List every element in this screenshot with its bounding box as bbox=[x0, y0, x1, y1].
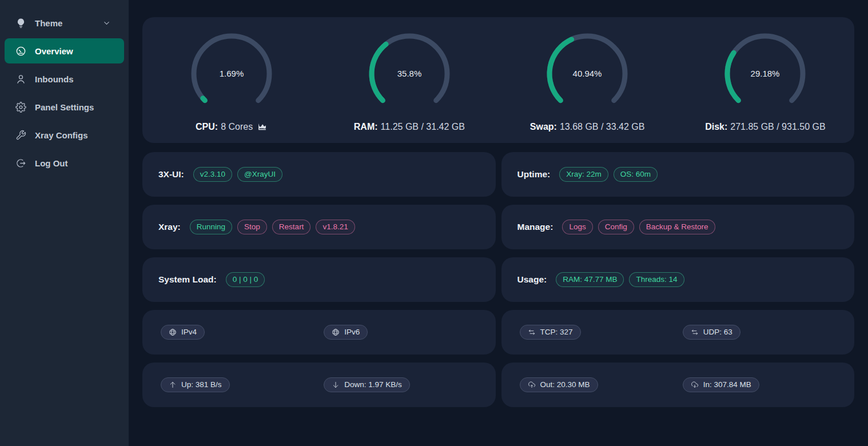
system-load-card: System Load: 0 | 0 | 0 bbox=[142, 257, 496, 302]
transfer-icon bbox=[528, 328, 536, 336]
swap-label-bold: Swap: bbox=[530, 122, 557, 132]
cloud-upload-icon bbox=[528, 381, 536, 389]
gauge-icon bbox=[15, 46, 26, 57]
cloud-download-icon bbox=[691, 381, 699, 389]
bulb-icon bbox=[15, 18, 26, 29]
gauge-fill bbox=[550, 39, 572, 100]
globe-icon bbox=[332, 328, 340, 336]
swap-label: Swap: 13.68 GB / 33.42 GB bbox=[530, 122, 645, 132]
tcp-cell: TCP: 327 bbox=[501, 325, 675, 340]
ipv6-cell: IPv6 bbox=[321, 325, 495, 340]
traffic-out-cell: Out: 20.30 MB bbox=[501, 377, 675, 392]
wrench-icon bbox=[15, 130, 26, 141]
sidebar-item-inbounds[interactable]: Inbounds bbox=[5, 66, 124, 91]
chevron-down-icon bbox=[102, 18, 113, 29]
telegram-channel-badge[interactable]: @XrayUI bbox=[237, 167, 282, 182]
config-button[interactable]: Config bbox=[598, 220, 634, 235]
system-load-badge: 0 | 0 | 0 bbox=[226, 272, 265, 288]
xray-version-badge[interactable]: v1.8.21 bbox=[316, 220, 355, 235]
upload-speed-cell: Up: 381 B/s bbox=[142, 377, 316, 392]
ipv6-tag[interactable]: IPv6 bbox=[324, 325, 368, 340]
swap-percent: 40.94% bbox=[573, 69, 602, 78]
swap-label-value: 13.68 GB / 33.42 GB bbox=[560, 122, 645, 132]
sidebar-item-overview[interactable]: Overview bbox=[5, 38, 124, 63]
cpu-label-bold: CPU: bbox=[196, 122, 218, 132]
traffic-card: Out: 20.30 MB In: 307.84 MB bbox=[501, 363, 855, 407]
gauge-fill bbox=[202, 98, 205, 100]
sidebar-item-label: Panel Settings bbox=[35, 102, 94, 112]
xray-uptime-badge: Xray: 22m bbox=[559, 167, 608, 182]
speed-card: Up: 381 B/s Down: 1.97 KB/s bbox=[142, 363, 496, 407]
sidebar-item-label: Xray Configs bbox=[35, 130, 88, 140]
cpu-gauge-chart: 1.69% bbox=[189, 31, 274, 117]
cpu-gauge: 1.69% CPU: 8 Cores bbox=[142, 29, 320, 132]
traffic-in-label: In: 307.84 MB bbox=[703, 380, 751, 389]
ip-card: IPv4 IPv6 bbox=[142, 310, 496, 355]
sidebar-item-label: Inbounds bbox=[35, 74, 74, 84]
uptime-card: Uptime: Xray: 22m OS: 60m bbox=[501, 152, 855, 197]
xray-label: Xray: bbox=[158, 222, 181, 232]
connections-card: TCP: 327 UDP: 63 bbox=[501, 310, 855, 355]
sidebar-item-theme[interactable]: Theme bbox=[5, 10, 124, 35]
manage-label: Manage: bbox=[517, 222, 554, 232]
tcp-count-tag: TCP: 327 bbox=[520, 325, 581, 340]
tcp-count-label: TCP: 327 bbox=[540, 328, 573, 336]
disk-gauge: 29.18% Disk: 271.85 GB / 931.50 GB bbox=[676, 29, 854, 132]
udp-count-label: UDP: 63 bbox=[703, 328, 732, 336]
ram-label-bold: RAM: bbox=[354, 122, 378, 132]
upload-speed-tag: Up: 381 B/s bbox=[161, 377, 230, 392]
arrow-up-icon bbox=[169, 381, 177, 389]
traffic-out-tag: Out: 20.30 MB bbox=[520, 377, 598, 392]
logs-button[interactable]: Logs bbox=[562, 220, 592, 235]
overview-content: 1.69% CPU: 8 Cores 35.8% RAM: 11.25 GB /… bbox=[129, 0, 868, 446]
sidebar-item-label: Log Out bbox=[35, 158, 67, 168]
sidebar-item-panel-settings[interactable]: Panel Settings bbox=[5, 94, 124, 120]
ram-label: RAM: 11.25 GB / 31.42 GB bbox=[354, 122, 465, 132]
globe-icon bbox=[169, 328, 177, 336]
transfer-icon bbox=[691, 328, 699, 336]
ram-usage-badge: RAM: 47.77 MB bbox=[556, 272, 624, 288]
xray-restart-button[interactable]: Restart bbox=[272, 220, 311, 235]
ram-gauge: 35.8% RAM: 11.25 GB / 31.42 GB bbox=[320, 29, 498, 132]
ipv4-tag-label: IPv4 bbox=[181, 328, 197, 336]
panel-version-card: 3X-UI: v2.3.10 @XrayUI bbox=[142, 152, 496, 197]
info-grid: 3X-UI: v2.3.10 @XrayUI Uptime: Xray: 22m… bbox=[142, 152, 854, 407]
gear-icon bbox=[15, 102, 26, 113]
ram-gauge-chart: 35.8% bbox=[367, 31, 452, 117]
sidebar-item-label: Theme bbox=[35, 18, 62, 28]
arrow-down-icon bbox=[332, 381, 340, 389]
ipv6-tag-label: IPv6 bbox=[344, 328, 360, 336]
udp-cell: UDP: 63 bbox=[680, 325, 854, 340]
traffic-in-cell: In: 307.84 MB bbox=[680, 377, 854, 392]
gauge-fill bbox=[727, 53, 738, 100]
threads-badge: Threads: 14 bbox=[629, 272, 684, 288]
user-icon bbox=[15, 74, 26, 85]
disk-percent: 29.18% bbox=[751, 69, 780, 78]
sidebar-item-log-out[interactable]: Log Out bbox=[5, 150, 124, 176]
os-uptime-badge: OS: 60m bbox=[614, 167, 658, 182]
backup-restore-button[interactable]: Backup & Restore bbox=[639, 220, 715, 235]
swap-gauge: 40.94% Swap: 13.68 GB / 33.42 GB bbox=[499, 29, 676, 132]
xray-running-badge: Running bbox=[190, 220, 232, 235]
system-gauges-card: 1.69% CPU: 8 Cores 35.8% RAM: 11.25 GB /… bbox=[142, 17, 854, 143]
disk-label-bold: Disk: bbox=[705, 122, 727, 132]
disk-label-value: 271.85 GB / 931.50 GB bbox=[730, 122, 825, 132]
panel-version-badge: v2.3.10 bbox=[193, 167, 232, 182]
xray-stop-button[interactable]: Stop bbox=[237, 220, 267, 235]
xray-status-card: Xray: Running Stop Restart v1.8.21 bbox=[142, 205, 496, 249]
ram-percent: 35.8% bbox=[397, 69, 422, 78]
sidebar: Theme Overview Inbounds Panel Settings X… bbox=[0, 0, 129, 446]
sidebar-item-label: Overview bbox=[35, 46, 73, 56]
system-load-label: System Load: bbox=[158, 274, 217, 285]
disk-gauge-chart: 29.18% bbox=[722, 31, 808, 117]
cpu-label-value: 8 Cores bbox=[221, 122, 253, 132]
download-speed-label: Down: 1.97 KB/s bbox=[344, 380, 402, 389]
logout-icon bbox=[15, 158, 26, 169]
traffic-in-tag: In: 307.84 MB bbox=[683, 377, 759, 392]
ipv4-tag[interactable]: IPv4 bbox=[161, 325, 205, 340]
sidebar-item-xray-configs[interactable]: Xray Configs bbox=[5, 122, 124, 148]
cpu-history-chart-icon[interactable] bbox=[257, 122, 267, 132]
download-speed-tag: Down: 1.97 KB/s bbox=[324, 377, 410, 392]
ipv4-cell: IPv4 bbox=[142, 325, 316, 340]
ram-label-value: 11.25 GB / 31.42 GB bbox=[381, 122, 465, 132]
